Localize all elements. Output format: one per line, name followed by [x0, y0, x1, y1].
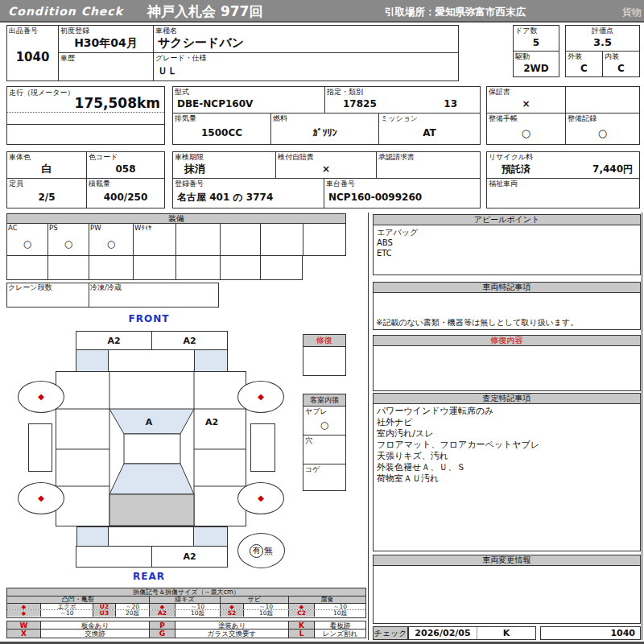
exterior-cell: 外装 C — [566, 52, 603, 76]
legend-group-header-row: 凸凹・亀裂 線キズ サビ 腐食 — [7, 597, 365, 604]
wheel-front-left: ◆ — [18, 381, 64, 413]
code-w-desc: 板金あり — [41, 621, 150, 629]
rear-fender-right — [193, 526, 228, 547]
check-number-box: 1040 — [540, 626, 641, 640]
check-label: チェック — [374, 628, 407, 639]
recycle-fee: 7,440円 — [592, 163, 633, 176]
diamond-icon: ◆ — [150, 604, 175, 609]
legend-cell: U2 — [93, 604, 116, 609]
crane-fridge-table: クレーン段数 冷凍/冷蔵 — [6, 283, 219, 308]
legend-group-dent: 凸凹・亀裂 — [7, 597, 150, 603]
legend-group-corrosion: 腐食 — [289, 597, 365, 603]
front-label: FRONT — [97, 313, 201, 324]
check-number: 1040 — [541, 627, 640, 638]
model-code-cell: 型式 DBE-NCP160V — [173, 87, 325, 114]
front-bumper-left-panel: A2 — [76, 332, 152, 349]
cabin-tear-value: ○ — [303, 415, 345, 435]
code-k: K — [289, 621, 315, 629]
front-bumper-right-panel: A2 — [152, 332, 227, 349]
repair-mini-header: 修復 — [303, 334, 346, 347]
body-color-value: 白 — [7, 161, 86, 178]
maintenance-record-cell: 整備記録 ○ — [566, 114, 639, 144]
registration-number-value: 名古屋 401 の 3774 — [173, 188, 324, 208]
pw-label: PW — [89, 224, 133, 232]
equipment-cell-empty — [303, 224, 345, 255]
legend-group-scratch: 線キズ — [150, 597, 221, 603]
front-bumper-left-mark: A2 — [107, 336, 120, 346]
designation-values: 17825 13 — [325, 96, 480, 113]
rear-label: REAR — [97, 571, 201, 582]
front-fender-right — [194, 349, 228, 372]
designation-value-2: 13 — [444, 98, 457, 109]
maintenance-record-label: 整備記録 — [566, 114, 639, 122]
legend-cell: ～20 — [116, 604, 150, 609]
body-color-cell: 車体色 白 — [7, 152, 87, 179]
mileage-box: 走行（現メーター） 175,508km — [6, 86, 165, 145]
wtire-label: Wﾀｲﾔ — [134, 224, 175, 232]
change-info-body — [373, 565, 641, 624]
designation-value-1: 17825 — [343, 98, 377, 109]
equipment-row-1: AC ○ PS ○ PW ○ Wﾀｲﾔ — [6, 223, 346, 256]
color-code-label: 色コード — [87, 152, 164, 161]
warranty-value: × — [487, 96, 565, 113]
front-cowl — [108, 349, 195, 372]
code-w: W — [7, 621, 41, 629]
car-body-svg — [56, 372, 246, 526]
equipment-cell-empty — [176, 224, 221, 255]
rear-bumper-right-panel: A2 — [152, 547, 227, 567]
wheel-front-right: ◆ — [237, 381, 284, 413]
inspection-cell: 車検期限 抹消 — [173, 152, 276, 179]
load-cell: 積載量 400/250 — [87, 179, 164, 208]
assessment-title: 査定特記事項 — [483, 393, 531, 404]
score-table: 評価点 3.5 外装 C 内装 C — [565, 25, 640, 77]
code-g: G — [150, 630, 175, 638]
cabin-title: 客室内張 — [310, 395, 339, 406]
exterior-label: 外装 — [566, 52, 602, 60]
cabin-burn-cell: コゲ — [303, 464, 346, 491]
insurance-value: × — [276, 161, 376, 178]
repair-content-header: 修復内容 — [373, 335, 641, 346]
code-p: P — [150, 621, 175, 629]
legend-cell: U3 — [93, 610, 116, 617]
first-registration-value: H30年04月 — [59, 35, 153, 52]
basic-info-table: 出品番号 1040 初度登録 H30年04月 車種名 サクシードバン 車歴 グレ… — [6, 25, 459, 81]
side-panel-right — [250, 423, 275, 472]
exhibit-number-value: 1040 — [7, 35, 58, 80]
cabin-header: 客室内張 — [303, 394, 346, 407]
assessment-line: 荷物室ＡＵ汚れ — [377, 473, 637, 485]
documents-table: 保証書 × 整備手帳 ○ 整備記録 ○ — [486, 86, 640, 145]
capacity-label: 定員 — [7, 179, 86, 188]
doors-value: 5 — [514, 35, 559, 51]
legend-cell: 10超 — [244, 610, 289, 617]
repair-mini-body — [303, 346, 346, 376]
ac-label: AC — [7, 224, 47, 232]
fuel-cell: 燃料 ｶﾞｿﾘﾝ — [271, 114, 379, 144]
change-info-title: 車両変更情報 — [483, 555, 531, 566]
inspection-label: 車検期限 — [173, 152, 275, 161]
assessment-line: 外装色褪せＡ、Ｕ、Ｓ — [377, 462, 637, 473]
dotted-divider — [7, 112, 164, 113]
legend-cell: ～10 — [244, 604, 289, 609]
fridge-cell: 冷凍/冷蔵 — [89, 283, 218, 307]
codes-row-2: X 交換跡 G ガラス交換要す L レンズ割れ — [7, 630, 365, 638]
ac-value: ○ — [7, 232, 47, 255]
first-registration-cell: 初度登録 H30年04月 — [59, 26, 154, 53]
color-table: 車体色 白 色コード 058 定員 2/5 積載量 400/250 — [6, 151, 165, 208]
history-label: 車歴 — [59, 53, 153, 62]
drive-cell: 駆動 2WD — [514, 52, 559, 76]
pw-value: ○ — [89, 232, 133, 255]
cabin-burn-label: コゲ — [303, 464, 345, 473]
fridge-label: 冷凍/冷蔵 — [89, 283, 218, 291]
top-bar: Condition Check 神戸入札会 977回 引取場所：愛知県弥富市西末… — [0, 0, 644, 23]
welfare-cell: 福祉車両 — [487, 179, 639, 208]
brand-logo: Condition Check — [8, 5, 123, 18]
right-column-frame-right — [642, 213, 642, 640]
assessment-line: パワーウインドウ運転席のみ — [377, 406, 637, 417]
damage-diamond-icon: ◆ — [38, 393, 44, 401]
assessment-line: 天張りキズ、汚れ — [377, 451, 637, 462]
maintenance-record-value: ○ — [566, 122, 639, 144]
recycle-cell: リサイクル料 預託済 7,440円 — [487, 152, 639, 179]
doors-label: ドア数 — [514, 26, 559, 35]
code-x-desc: 交換跡 — [41, 630, 150, 638]
first-registration-label: 初度登録 — [59, 26, 153, 35]
